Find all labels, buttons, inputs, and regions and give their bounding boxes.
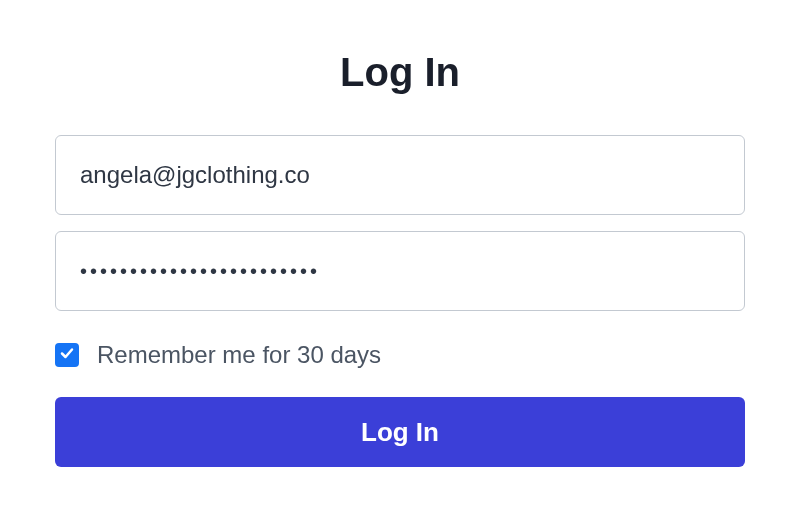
page-title: Log In: [55, 50, 745, 95]
check-icon: [59, 345, 75, 365]
login-button[interactable]: Log In: [55, 397, 745, 467]
password-field[interactable]: [55, 231, 745, 311]
remember-label: Remember me for 30 days: [97, 341, 381, 369]
email-field[interactable]: [55, 135, 745, 215]
remember-row: Remember me for 30 days: [55, 341, 745, 369]
login-form: Log In Remember me for 30 days Log In: [55, 50, 745, 467]
remember-checkbox[interactable]: [55, 343, 79, 367]
